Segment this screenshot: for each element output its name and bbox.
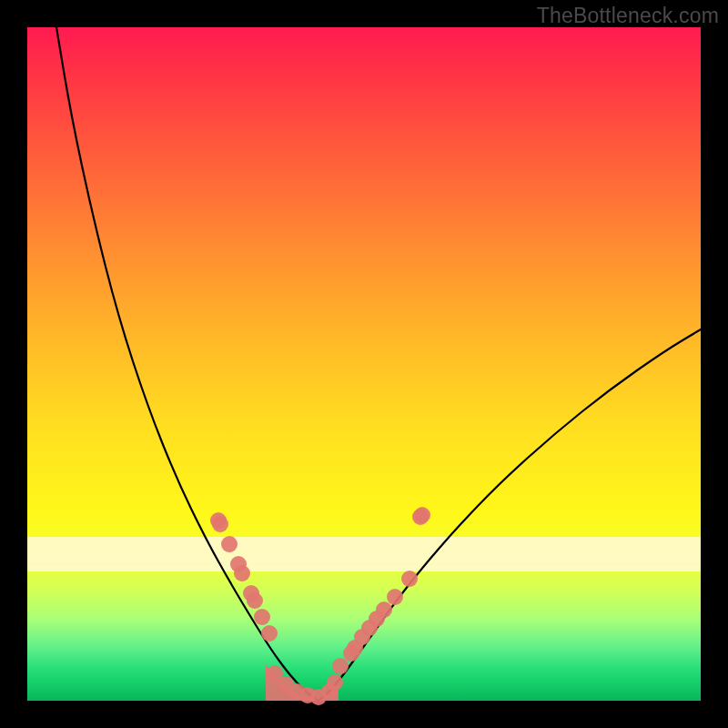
dots-left-branch <box>210 512 278 642</box>
highlight-band <box>27 537 701 571</box>
data-dot <box>327 674 343 691</box>
curve-left-branch <box>56 27 318 701</box>
data-dot <box>221 536 238 552</box>
curve-right-branch <box>318 329 701 701</box>
outer-black-frame: TheBottleneck.com <box>0 0 728 728</box>
data-dot <box>387 589 403 605</box>
dots-right-branch <box>332 507 430 674</box>
data-dot <box>254 609 270 625</box>
data-dot <box>376 602 392 618</box>
chart-overlay <box>27 27 701 701</box>
data-dot <box>234 565 250 581</box>
data-dot <box>261 625 278 642</box>
data-dot <box>247 592 263 609</box>
data-dot <box>401 571 418 587</box>
data-dot <box>212 516 228 532</box>
data-dot <box>332 658 349 674</box>
data-dot <box>414 507 430 523</box>
watermark-text: TheBottleneck.com <box>537 4 719 28</box>
